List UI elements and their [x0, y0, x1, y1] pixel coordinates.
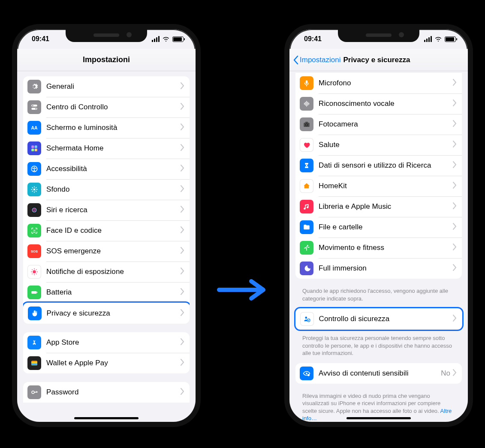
row-schermo-e-luminosita[interactable]: Schermo e luminosità [23, 117, 190, 138]
wave-icon [300, 97, 313, 111]
chevron-right-icon [453, 264, 457, 273]
chevron-right-icon [453, 79, 457, 87]
row-schermata-home[interactable]: Schermata Home [23, 138, 190, 159]
row-wallet-e-apple-pay[interactable]: Wallet e Apple Pay [23, 353, 190, 373]
chevron-right-icon [453, 244, 457, 252]
arrow-right-icon [215, 277, 271, 303]
cellular-icon [424, 36, 432, 42]
row-centro-di-controllo[interactable]: Centro di Controllo [23, 97, 190, 117]
row-salute[interactable]: Salute [295, 135, 462, 155]
runner-icon [300, 241, 313, 255]
chevron-right-icon [453, 202, 457, 211]
row-label: Batteria [46, 288, 181, 297]
highlight-privacy-e-sicurezza: Privacy e sicurezza [23, 301, 190, 324]
row-full-immersion[interactable]: Full immersion [295, 258, 462, 279]
sensor-icon [300, 159, 313, 172]
camera-icon [300, 117, 313, 131]
nav-bar: Impostazioni [17, 49, 196, 71]
nav-bar: Impostazioni Privacy e sicurezza [289, 49, 468, 71]
row-label: Dati di sensori e utilizzo di Ricerca [319, 161, 453, 170]
row-batteria[interactable]: Batteria [23, 282, 190, 303]
row-sos-emergenze[interactable]: SOS emergenze [23, 241, 190, 262]
row-label: Face ID e codice [46, 226, 181, 235]
row-siri-e-ricerca[interactable]: Siri e ricerca [23, 200, 190, 220]
back-label: Impostazioni [300, 56, 340, 64]
row-label: Sfondo [46, 185, 181, 194]
row-libreria-apple-music[interactable]: Libreria e Apple Music [295, 196, 462, 217]
siri-icon [27, 203, 41, 217]
row-fotocamera[interactable]: Fotocamera [295, 114, 462, 135]
wifi-icon [162, 36, 170, 42]
row-label: File e cartelle [319, 223, 453, 232]
highlight-controllo-di-sicurezza: Controllo di sicurezza [294, 307, 464, 331]
chevron-right-icon [181, 247, 184, 256]
row-label: App Store [46, 338, 181, 347]
row-face-id-e-codice[interactable]: Face ID e codice [23, 220, 190, 241]
row-generali[interactable]: Generali [23, 76, 190, 97]
chevron-right-icon [181, 144, 184, 153]
status-time: 09:41 [27, 35, 49, 43]
chevron-right-icon [181, 309, 184, 318]
switches-icon [27, 100, 41, 114]
moon-icon [300, 262, 313, 275]
row-movimento-e-fitness[interactable]: Movimento e fitness [295, 238, 462, 258]
chevron-right-icon [453, 141, 457, 149]
row-label: Notifiche di esposizione [46, 268, 181, 276]
row-label: Siri e ricerca [46, 206, 181, 214]
battery-icon [445, 36, 456, 42]
chevron-right-icon [181, 82, 184, 91]
home-indicator [74, 417, 139, 419]
nav-title: Impostazioni [83, 55, 130, 64]
sos-icon [27, 244, 41, 258]
row-app-store[interactable]: App Store [23, 332, 190, 353]
eye-icon [300, 367, 313, 380]
row-label: Privacy e sicurezza [47, 309, 181, 318]
chevron-right-icon [453, 223, 457, 232]
row-label: Generali [46, 82, 181, 91]
cellular-icon [152, 36, 160, 42]
battery-icon [172, 36, 184, 42]
row-sfondo[interactable]: Sfondo [23, 179, 190, 200]
row-file-e-cartelle[interactable]: File e cartelle [295, 217, 462, 238]
footer-access-note: Quando le app richiedono l'accesso, veng… [295, 287, 462, 308]
chevron-right-icon [181, 123, 184, 132]
notch [338, 29, 419, 42]
flower-icon [27, 183, 41, 196]
row-avviso-contenuti-sensibili[interactable]: Avviso di contenuti sensibiliNo [295, 363, 462, 384]
row-label: Accessibilità [46, 165, 181, 173]
row-label: Wallet e Apple Pay [46, 359, 181, 367]
hand-icon [28, 307, 42, 320]
status-time: 09:41 [300, 35, 322, 43]
heart-icon [300, 138, 313, 152]
row-privacy-e-sicurezza[interactable]: Privacy e sicurezza [24, 303, 190, 324]
chevron-right-icon [453, 161, 457, 170]
notch [66, 29, 147, 42]
battery-icon [27, 286, 41, 299]
faceid-icon [27, 224, 41, 238]
chevron-right-icon [181, 103, 184, 111]
chevron-right-icon [181, 388, 184, 397]
phone-right-privacy: 09:41 Impostazioni Privacy e sicurezza M… [284, 24, 473, 427]
footer-safety-note: Proteggi la tua sicurezza personale tene… [295, 334, 462, 363]
back-button[interactable]: Impostazioni [293, 55, 340, 65]
row-label: Riconoscimento vocale [319, 99, 453, 108]
row-password[interactable]: Password [23, 382, 190, 403]
chevron-right-icon [181, 359, 184, 367]
row-notifiche-di-esposizione[interactable]: Notifiche di esposizione [23, 262, 190, 282]
row-homekit[interactable]: HomeKit [295, 176, 462, 196]
home-icon [300, 179, 313, 193]
aa-icon [27, 121, 41, 135]
wifi-icon [434, 36, 442, 42]
row-label: Password [46, 388, 181, 397]
grid-icon [27, 141, 41, 155]
row-riconoscimento-vocale[interactable]: Riconoscimento vocale [295, 93, 462, 114]
row-dati-di-sensori[interactable]: Dati di sensori e utilizzo di Ricerca [295, 155, 462, 176]
row-label: Centro di Controllo [46, 103, 181, 111]
row-accessibilita[interactable]: Accessibilità [23, 159, 190, 179]
row-microfono[interactable]: Microfono [295, 73, 462, 93]
chevron-right-icon [453, 99, 457, 108]
chevron-right-icon [181, 206, 184, 214]
row-controllo-di-sicurezza[interactable]: Controllo di sicurezza [296, 309, 462, 329]
row-label: Schermata Home [46, 144, 181, 153]
row-label: HomeKit [319, 182, 453, 190]
